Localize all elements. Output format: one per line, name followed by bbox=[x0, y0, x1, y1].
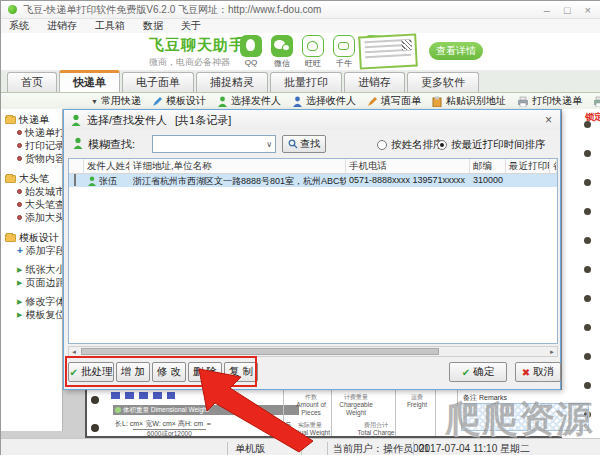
punch-hole bbox=[91, 396, 99, 404]
cell-zip: 310000 bbox=[470, 174, 506, 187]
scrollbar-thumb[interactable] bbox=[81, 348, 439, 355]
header-last-print: 最近打印时间 bbox=[506, 159, 550, 173]
toolbar-select-receiver[interactable]: 选择收件人 bbox=[292, 94, 356, 108]
toolbar-paste-address[interactable]: 粘贴识别地址 bbox=[432, 94, 506, 108]
pencil-icon bbox=[367, 96, 378, 107]
triangle-icon: ▶ bbox=[17, 311, 22, 319]
dropdown-arrow-icon: ▼ bbox=[91, 98, 98, 105]
sort-by-time-radio[interactable]: 按最近打印时间排序 bbox=[437, 138, 546, 152]
dialog-title: 选择/查找发件人 bbox=[87, 113, 167, 128]
sidebar-group-template[interactable]: 模板设计 bbox=[5, 231, 62, 244]
wechat-icon bbox=[271, 35, 293, 57]
template-pencil-icon bbox=[152, 96, 163, 107]
tab-capture[interactable]: 捕捉精灵 bbox=[196, 72, 268, 92]
window-titlebar: 飞豆-快递单打印软件免费版V6.2.0 飞豆网址：http://www.f-do… bbox=[1, 1, 600, 19]
menu-inventory[interactable]: 进销存 bbox=[47, 19, 77, 33]
sidebar-item-origin-city[interactable]: 始发城市 bbox=[5, 185, 62, 198]
scroll-right-icon[interactable]: ► bbox=[547, 349, 557, 355]
sidebar-item-template-reset[interactable]: ▶模板复位 bbox=[5, 308, 62, 321]
check-icon: ✔ bbox=[462, 367, 470, 378]
sidebar-item-change-font[interactable]: ▶修改字体 bbox=[5, 295, 62, 308]
bullet-icon bbox=[17, 130, 22, 135]
cell-note bbox=[550, 174, 557, 187]
sidebar-item-print[interactable]: 快递单打 bbox=[5, 126, 62, 139]
search-row: 模糊查找: ∨ 查找 按姓名排序 按最近打印时间排序 bbox=[64, 132, 560, 156]
sidebar-item-records[interactable]: 打印记录 bbox=[5, 139, 62, 152]
tab-e-sheet[interactable]: 电子面单 bbox=[122, 72, 194, 92]
red-arrow-annotation bbox=[187, 361, 319, 453]
row-checkbox[interactable] bbox=[74, 174, 76, 186]
main-tabs: 首页 快递单 电子面单 捕捉精灵 批量打印 进销存 更多软件 bbox=[1, 71, 600, 93]
ad-banner: 飞豆聊天助手 微商，电商必备神器 QQ 微信 旺旺 千牛 Sskype 查看详情 bbox=[1, 33, 600, 71]
close-button[interactable]: × bbox=[585, 1, 591, 19]
sidebar-item-marker-query[interactable]: 大头笔查 bbox=[5, 198, 62, 211]
toolbar-ship-label[interactable]: 发货标签 bbox=[593, 94, 600, 108]
banner-title: 飞豆聊天助手 bbox=[149, 36, 245, 55]
menu-about[interactable]: 关于 bbox=[181, 19, 201, 33]
table-header-row: 发件人姓名 详细地址,单位名称 手机电话 邮编 最近打印时间 备注 bbox=[69, 159, 557, 174]
menu-toolbox[interactable]: 工具箱 bbox=[95, 19, 125, 33]
sort-by-name-radio[interactable]: 按姓名排序 bbox=[377, 138, 444, 152]
person-icon bbox=[72, 137, 84, 149]
minimize-button[interactable]: – bbox=[544, 1, 550, 19]
banner-details-button[interactable]: 查看详情 bbox=[429, 42, 483, 60]
triangle-icon: ▶ bbox=[17, 279, 22, 287]
sender-person-icon bbox=[217, 96, 228, 107]
dialog-titlebar[interactable]: 选择/查找发件人 [共1条记录] × bbox=[64, 110, 560, 130]
sidebar-item-page-margin[interactable]: ▶页面边距 bbox=[5, 276, 62, 289]
x-icon: ✖ bbox=[522, 367, 530, 378]
main-area: 快递单 快递单打 打印记录 货物内容 大头笔 始发城市 大头笔查 添加大头 模板… bbox=[1, 109, 600, 438]
sidebar-group-marker[interactable]: 大头笔 bbox=[5, 172, 62, 185]
search-combobox[interactable]: ∨ bbox=[152, 135, 276, 153]
maximize-button[interactable]: □ bbox=[564, 1, 571, 19]
tab-batch-print[interactable]: 批量打印 bbox=[270, 72, 342, 92]
sidebar-group-express[interactable]: 快递单 bbox=[5, 113, 62, 126]
qq-icon bbox=[240, 35, 262, 57]
toolbar-template-design[interactable]: 模板设计 bbox=[152, 94, 206, 108]
banner-screenshot-thumbnail bbox=[358, 34, 418, 70]
bullet-icon bbox=[17, 215, 22, 220]
header-note: 备注 bbox=[550, 159, 557, 173]
tab-home[interactable]: 首页 bbox=[7, 72, 57, 92]
scroll-left-icon[interactable]: ◄ bbox=[69, 349, 79, 355]
tab-inventory[interactable]: 进销存 bbox=[344, 72, 405, 92]
sidebar-item-add-field[interactable]: +添加字段 bbox=[5, 244, 62, 257]
find-button[interactable]: 查找 bbox=[282, 135, 326, 153]
sender-table: 发件人姓名 详细地址,单位名称 手机电话 邮编 最近打印时间 备注 张伍 浙江省… bbox=[68, 158, 558, 344]
folder-icon bbox=[5, 116, 16, 124]
waybill-form-right: 锁定 bbox=[561, 109, 600, 438]
bullet-icon bbox=[17, 143, 22, 148]
bullet-icon bbox=[17, 189, 22, 194]
menu-system[interactable]: 系统 bbox=[9, 19, 29, 33]
cancel-button[interactable]: ✖取消 bbox=[515, 362, 561, 382]
ok-button[interactable]: ✔确定 bbox=[449, 362, 507, 382]
window-title: 飞豆-快递单打印软件免费版V6.2.0 飞豆网址：http://www.f-do… bbox=[23, 3, 321, 17]
chargeable-weight-label: 计费重量Chargeable Weight bbox=[333, 394, 379, 417]
sidebar-item-goods[interactable]: 货物内容 bbox=[5, 152, 62, 165]
cell-address: 浙江省杭州市西湖区文一路8888号801室，杭州ABC软件有限公司 bbox=[130, 174, 346, 187]
combobox-dropdown-icon[interactable]: ∨ bbox=[266, 140, 272, 149]
triangle-icon: ▶ bbox=[17, 266, 22, 274]
table-row[interactable]: 张伍 浙江省杭州市西湖区文一路8888号801室，杭州ABC软件有限公司 057… bbox=[69, 174, 557, 187]
bullet-icon bbox=[17, 202, 22, 207]
radio-icon bbox=[377, 140, 387, 150]
menu-data[interactable]: 数据 bbox=[143, 19, 163, 33]
toolbar-select-sender[interactable]: 选择发件人 bbox=[217, 94, 281, 108]
folder-icon bbox=[5, 175, 16, 183]
qq-label: QQ bbox=[239, 58, 263, 67]
app-logo-icon bbox=[8, 5, 17, 14]
tab-more-software[interactable]: 更多软件 bbox=[407, 72, 479, 92]
magnifier-icon bbox=[288, 139, 298, 149]
toolbar-common-express[interactable]: ▼常用快递 bbox=[91, 94, 141, 108]
sidebar-item-paper-size[interactable]: ▶纸张大小 bbox=[5, 263, 62, 276]
toolbar-fill-sheet[interactable]: 填写面单 bbox=[367, 94, 421, 108]
cell-phone: 0571-8888xxxx 139571xxxxx bbox=[346, 174, 470, 187]
cell-last-print bbox=[506, 174, 550, 187]
toolbar-print-sheet[interactable]: 打印快递单 bbox=[517, 94, 582, 108]
app-window: 飞豆-快递单打印软件免费版V6.2.0 飞豆网址：http://www.f-do… bbox=[0, 0, 600, 455]
sidebar-item-add-marker[interactable]: 添加大头 bbox=[5, 211, 62, 224]
person-icon bbox=[87, 176, 97, 186]
plus-icon: + bbox=[17, 245, 23, 256]
dialog-close-icon[interactable]: × bbox=[545, 113, 552, 127]
tab-express-sheet[interactable]: 快递单 bbox=[59, 70, 120, 92]
